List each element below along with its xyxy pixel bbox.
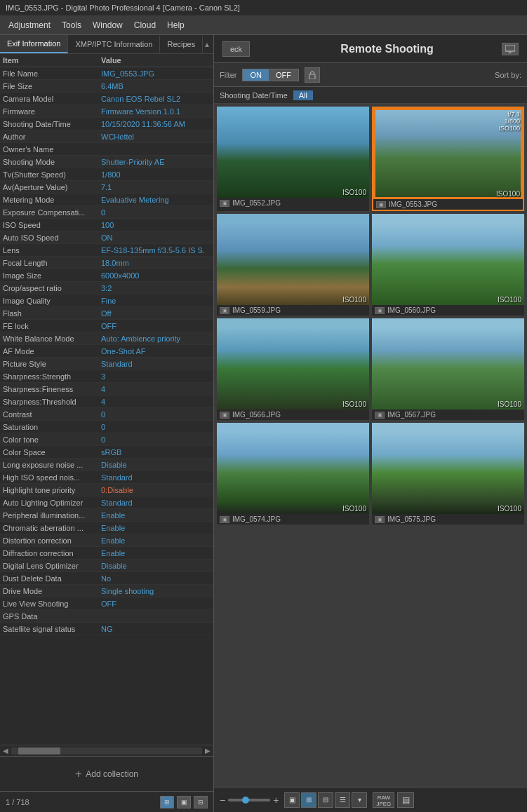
- left-panel: Exif Information XMP/IPTC Information Re…: [0, 35, 214, 812]
- info-row-label: Picture Style: [3, 360, 101, 368]
- image-cell[interactable]: ISO100▣IMG_0574.JPG: [217, 423, 369, 525]
- info-row-label: Shooting Mode: [3, 158, 101, 166]
- image-cell[interactable]: ISO100▣IMG_0575.JPG: [372, 423, 524, 525]
- remote-icon[interactable]: [502, 43, 519, 55]
- filter-on-button[interactable]: ON: [243, 69, 269, 81]
- zoom-minus-button[interactable]: −: [220, 794, 225, 806]
- info-row: Owner's Name: [0, 143, 213, 156]
- tab-recipes[interactable]: Recipes: [160, 36, 203, 53]
- add-collection-button[interactable]: + Add collection: [6, 768, 208, 780]
- info-row-value: OFF: [101, 600, 211, 608]
- scroll-right-icon[interactable]: ▶: [205, 747, 211, 755]
- info-row: Image Size6000x4000: [0, 269, 213, 282]
- status-count: 1 / 718: [6, 798, 29, 806]
- zoom-slider[interactable]: [228, 799, 270, 801]
- info-row: Shooting Date/Time10/15/2020 11:36:56 AM: [0, 118, 213, 130]
- info-row-label: File Name: [3, 69, 101, 78]
- raw-jpeg-button[interactable]: RAW JPEG: [373, 792, 394, 808]
- menu-help[interactable]: Help: [161, 18, 190, 32]
- image-thumb: ISO100: [217, 214, 369, 305]
- info-row-value: 18.0mm: [101, 259, 211, 267]
- filter-lock-button[interactable]: [305, 67, 320, 83]
- right-panel: eck Remote Shooting Filter ON OFF Sort b…: [214, 35, 527, 812]
- view-mode-grid2[interactable]: ⊞: [301, 792, 316, 808]
- filter-bar: Filter ON OFF Sort by:: [214, 63, 527, 87]
- tab-xmp[interactable]: XMP/IPTC Information: [68, 36, 160, 53]
- info-row-label: Av(Aperture Value): [3, 183, 101, 191]
- image-cell[interactable]: ISO100▣IMG_0560.JPG: [372, 214, 524, 316]
- view-icon-2[interactable]: ▣: [177, 796, 191, 808]
- info-row-label: White Balance Mode: [3, 334, 101, 343]
- info-row-value: 0: [101, 435, 211, 444]
- menu-window[interactable]: Window: [87, 18, 128, 32]
- info-row: FirmwareFirmware Version 1.0.1: [0, 105, 213, 118]
- info-row-value: 10/15/2020 11:36:56 AM: [101, 120, 211, 128]
- image-icon: ▣: [375, 412, 385, 419]
- info-row-label: File Size: [3, 82, 101, 90]
- info-row-value: No: [101, 574, 211, 583]
- image-label-row: ▣IMG_0552.JPG: [217, 198, 369, 208]
- view-mode-list[interactable]: ☰: [335, 792, 350, 808]
- info-row: Sharpness:Threshold4: [0, 395, 213, 408]
- iso-badge: ISO100: [342, 189, 366, 196]
- remote-check-button[interactable]: eck: [222, 41, 250, 57]
- info-row: Tv(Shutter Speed)1/800: [0, 168, 213, 181]
- all-filter-button[interactable]: All: [293, 90, 313, 100]
- view-mode-grid3[interactable]: ⊟: [318, 792, 333, 808]
- zoom-controls: − +: [220, 794, 279, 806]
- view-icon-1[interactable]: ⊞: [160, 796, 174, 808]
- info-row-value: Canon EOS Rebel SL2: [101, 95, 211, 103]
- menu-tools[interactable]: Tools: [56, 18, 87, 32]
- info-row-value: Enable: [101, 549, 211, 557]
- col-headers: Item Value: [0, 54, 213, 67]
- info-row-label: Diffraction correction: [3, 549, 101, 557]
- info-row: Auto Lighting OptimizerStandard: [0, 496, 213, 509]
- info-row-label: Lens: [3, 246, 101, 255]
- image-label-row: ▣IMG_0559.JPG: [217, 305, 369, 316]
- info-row: Highlight tone priority0:Disable: [0, 484, 213, 496]
- image-cell[interactable]: f/7.1 1/800 ISO100ISO100▣IMG_0553.JPG: [372, 107, 524, 211]
- view-mode-single[interactable]: ▣: [284, 792, 300, 808]
- image-cell[interactable]: ISO100▣IMG_0559.JPG: [217, 214, 369, 316]
- info-row-value: WCHettel: [101, 133, 211, 141]
- filmstrip-button[interactable]: ▤: [397, 792, 414, 808]
- iso-badge: ISO100: [342, 296, 366, 304]
- info-row-value: EF-S18-135mm f/3.5-5.6 IS S.: [101, 246, 211, 255]
- filter-off-button[interactable]: OFF: [269, 69, 298, 81]
- info-row-value: Standard: [101, 499, 211, 507]
- info-row-label: Image Size: [3, 271, 101, 280]
- info-row: File Size6.4MB: [0, 80, 213, 93]
- info-row-label: FE lock: [3, 322, 101, 330]
- image-cell[interactable]: ISO100▣IMG_0567.JPG: [372, 318, 524, 420]
- remote-title: Remote Shooting: [340, 43, 433, 55]
- info-row-value: sRGB: [101, 448, 211, 456]
- image-cell[interactable]: ISO100▣IMG_0566.JPG: [217, 318, 369, 420]
- menu-cloud[interactable]: Cloud: [128, 18, 161, 32]
- info-row: AF ModeOne-Shot AF: [0, 345, 213, 358]
- image-icon: ▣: [376, 201, 386, 208]
- info-row-value: Enable: [101, 536, 211, 545]
- iso-badge: ISO100: [342, 505, 366, 513]
- image-thumb: ISO100: [217, 107, 369, 198]
- image-cell[interactable]: ISO100▣IMG_0552.JPG: [217, 107, 369, 211]
- iso-badge: ISO100: [498, 400, 521, 408]
- info-row-value: Enable: [101, 511, 211, 520]
- image-thumb: ISO100: [217, 423, 369, 514]
- panel-scroll-up-icon[interactable]: ▲: [204, 41, 211, 48]
- info-row: Dust Delete DataNo: [0, 572, 213, 585]
- tab-exif[interactable]: Exif Information: [0, 35, 68, 53]
- filter-toggle: ON OFF: [242, 69, 299, 81]
- iso-badge: ISO100: [496, 190, 520, 198]
- menu-adjustment[interactable]: Adjustment: [3, 18, 56, 32]
- info-row-value: NG: [101, 625, 211, 633]
- iso-badge: ISO100: [498, 296, 521, 304]
- info-row-value: 7.1: [101, 183, 211, 191]
- image-filename: IMG_0552.JPG: [232, 199, 366, 207]
- scroll-left-icon[interactable]: ◀: [3, 747, 8, 755]
- info-row-value: Firmware Version 1.0.1: [101, 107, 211, 116]
- add-collection-area[interactable]: + Add collection: [0, 756, 213, 791]
- image-label-row: ▣IMG_0574.JPG: [217, 514, 369, 525]
- zoom-plus-button[interactable]: +: [273, 794, 279, 806]
- view-mode-expand[interactable]: ▾: [352, 792, 367, 808]
- view-icon-3[interactable]: ⊟: [194, 796, 208, 808]
